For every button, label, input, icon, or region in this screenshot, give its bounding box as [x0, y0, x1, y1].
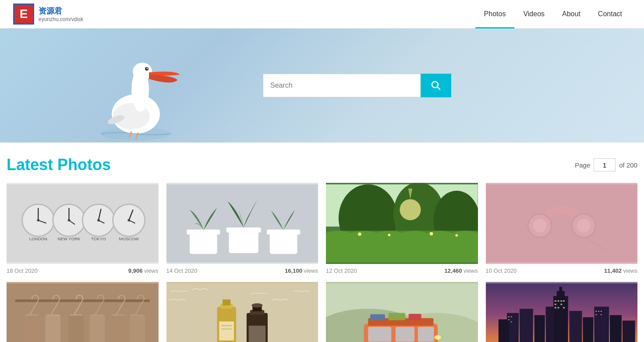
hero-bird-illustration — [88, 46, 184, 142]
svg-rect-126 — [508, 319, 510, 320]
svg-rect-109 — [545, 306, 554, 342]
section-title: Latest Photos — [7, 156, 111, 174]
svg-rect-50 — [486, 184, 638, 262]
photo-date: 18 Oct 2020 — [7, 267, 38, 274]
svg-rect-117 — [560, 300, 562, 302]
svg-rect-132 — [600, 314, 602, 315]
search-button[interactable] — [421, 74, 451, 97]
page-input[interactable] — [594, 158, 616, 171]
list-item: 14 Oct 2020 16,100 views — [166, 183, 318, 282]
nav-about[interactable]: About — [553, 0, 589, 28]
page-total: of 200 — [619, 161, 637, 169]
search-input[interactable] — [263, 74, 421, 97]
nav-videos[interactable]: Videos — [514, 0, 553, 28]
pagination: Page of 200 — [575, 158, 637, 171]
logo-title: 资源君 — [39, 6, 83, 16]
svg-text:MOSCOW: MOSCOW — [119, 236, 139, 241]
photo-meta: 10 Oct 2020 11,402 views — [486, 264, 638, 282]
svg-point-48 — [430, 232, 433, 235]
svg-rect-37 — [226, 228, 261, 233]
svg-point-100 — [434, 335, 441, 340]
photo-thumbnail[interactable] — [326, 282, 478, 342]
photo-date: 14 Oct 2020 — [166, 267, 198, 274]
logo-subtitle: eyunzhu.com/vdisk — [39, 16, 83, 22]
list-item: 10 Oct 2020 11,402 views — [486, 183, 638, 282]
main-nav: Photos Videos About Contact — [475, 0, 631, 28]
photo-thumbnail[interactable] — [486, 183, 638, 264]
svg-rect-121 — [554, 307, 556, 308]
svg-rect-94 — [396, 327, 414, 342]
svg-point-47 — [388, 234, 390, 236]
svg-rect-108 — [534, 315, 545, 342]
svg-rect-102 — [553, 296, 568, 342]
svg-rect-82 — [248, 326, 265, 342]
svg-rect-115 — [554, 300, 556, 302]
logo-icon: E — [13, 4, 34, 25]
svg-point-44 — [400, 199, 421, 220]
logo-text: 资源君 eyunzhu.com/vdisk — [39, 6, 83, 22]
photo-thumbnail[interactable] — [486, 282, 638, 342]
photo-thumbnail[interactable] — [166, 183, 318, 264]
svg-rect-35 — [187, 229, 220, 235]
photo-views: 16,100 views — [285, 267, 318, 274]
svg-rect-107 — [520, 309, 533, 342]
svg-point-49 — [455, 234, 458, 237]
svg-rect-110 — [569, 311, 582, 342]
hero-search-bar — [263, 74, 451, 97]
photo-views: 12,460 views — [445, 267, 478, 274]
svg-rect-106 — [498, 319, 509, 342]
photo-thumbnail[interactable] — [326, 183, 478, 264]
svg-rect-129 — [598, 311, 599, 312]
photo-thumbnail[interactable] — [7, 282, 159, 342]
section-header: Latest Photos Page of 200 — [7, 156, 637, 174]
svg-text:LONDON: LONDON — [29, 236, 47, 241]
svg-point-6 — [147, 68, 148, 69]
svg-rect-120 — [560, 304, 562, 305]
photo-meta: 18 Oct 2020 9,906 views — [7, 264, 159, 282]
svg-rect-125 — [510, 317, 512, 317]
svg-rect-119 — [554, 304, 556, 305]
photo-views: 9,906 views — [128, 267, 159, 274]
svg-rect-128 — [595, 311, 597, 312]
list-item: 12 Oct 2020 12,460 views — [326, 183, 478, 282]
nav-contact[interactable]: Contact — [589, 0, 631, 28]
photo-date: 12 Oct 2020 — [326, 267, 357, 274]
svg-rect-104 — [559, 287, 562, 293]
svg-rect-95 — [418, 327, 434, 342]
svg-rect-64 — [24, 315, 39, 342]
svg-rect-68 — [111, 315, 126, 342]
photo-thumbnail[interactable] — [166, 282, 318, 342]
svg-rect-113 — [609, 315, 621, 342]
main-content: Latest Photos Page of 200 LONDON — [0, 142, 644, 342]
svg-rect-124 — [508, 317, 510, 317]
photo-thumbnail[interactable]: LONDON NEW YORK TOKYO — [7, 183, 159, 264]
page-label: Page — [575, 161, 590, 169]
svg-rect-69 — [130, 315, 145, 342]
photo-grid: LONDON NEW YORK TOKYO — [7, 183, 637, 342]
svg-point-54 — [577, 219, 590, 232]
photo-meta: 14 Oct 2020 16,100 views — [166, 264, 318, 282]
svg-rect-66 — [68, 315, 84, 342]
svg-text:NEW YORK: NEW YORK — [57, 236, 81, 241]
svg-rect-93 — [368, 327, 391, 342]
site-header: E 资源君 eyunzhu.com/vdisk Photos Videos Ab… — [0, 0, 644, 28]
svg-line-11 — [438, 87, 440, 90]
svg-rect-65 — [46, 315, 61, 342]
hero-banner — [0, 28, 644, 142]
svg-rect-67 — [90, 315, 105, 342]
svg-rect-75 — [219, 321, 234, 340]
svg-rect-71 — [166, 283, 318, 342]
svg-rect-123 — [563, 307, 565, 308]
svg-rect-39 — [267, 229, 300, 235]
svg-rect-127 — [510, 321, 512, 322]
svg-rect-111 — [583, 317, 593, 342]
svg-rect-114 — [622, 321, 635, 342]
logo[interactable]: E 资源君 eyunzhu.com/vdisk — [13, 4, 83, 25]
svg-point-46 — [358, 232, 361, 236]
svg-rect-122 — [557, 307, 559, 308]
nav-photos[interactable]: Photos — [475, 0, 515, 28]
svg-rect-131 — [595, 314, 597, 315]
search-icon — [431, 81, 441, 90]
photo-views: 11,402 views — [604, 267, 637, 274]
svg-point-81 — [251, 303, 262, 308]
